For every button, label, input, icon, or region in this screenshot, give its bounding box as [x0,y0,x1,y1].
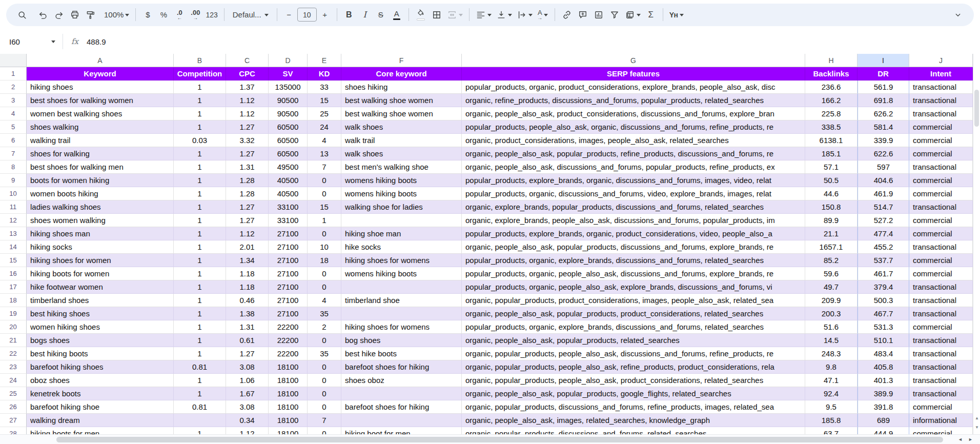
redo-button[interactable] [51,7,67,23]
cell-C12[interactable]: 1.27 [226,214,269,227]
cell-F21[interactable]: bog shoes [341,334,462,347]
row-header-21[interactable]: 21 [0,334,27,347]
undo-button[interactable] [35,7,51,23]
scroll-right-arrow-icon[interactable]: ► [968,437,973,442]
cell-I9[interactable]: 404.6 [858,174,909,187]
cell-A10[interactable]: women boots hiking [27,187,174,200]
cell-J21[interactable]: transactional [909,334,973,347]
cell-B25[interactable]: 1 [174,387,226,400]
cell-J15[interactable]: commercial [909,254,973,267]
cell-J24[interactable]: transactional [909,374,973,387]
cell-C8[interactable]: 1.31 [226,160,269,174]
cell-F23[interactable]: barefoot shoes for hiking [341,360,462,374]
cell-I22[interactable]: 483.4 [858,347,909,360]
cell-G21[interactable]: organic, people_also_ask, popular_produc… [462,334,805,347]
cell-A15[interactable]: hiking shoes for women [27,254,174,267]
cell-A5[interactable]: shoes walking [27,120,174,134]
cell-H8[interactable]: 57.1 [805,160,858,174]
cell-I4[interactable]: 626.2 [858,107,909,120]
cell-B10[interactable]: 1 [174,187,226,200]
cell-B13[interactable]: 1 [174,227,226,240]
cell-A9[interactable]: boots for women hiking [27,174,174,187]
row-header-12[interactable]: 12 [0,214,27,227]
cell-D18[interactable]: 27100 [269,294,308,307]
cell-C28[interactable]: 1.12 [226,427,269,434]
cell-G25[interactable]: organic, people_also_ask, popular_produc… [462,387,805,400]
cell-B27[interactable] [174,414,226,427]
borders-button[interactable] [429,7,444,23]
cell-G6[interactable]: organic, product_considerations, images,… [462,134,805,147]
cell-I2[interactable]: 561.9 [858,80,909,94]
cell-I10[interactable]: 461.9 [858,187,909,200]
cell-E6[interactable]: 4 [308,134,341,147]
cell-C15[interactable]: 1.34 [226,254,269,267]
cell-J7[interactable]: commercial [909,147,973,160]
cell-I15[interactable]: 537.7 [858,254,909,267]
cell-B21[interactable]: 1 [174,334,226,347]
cell-A1[interactable]: Keyword [27,67,174,80]
cell-D4[interactable]: 90500 [269,107,308,120]
scroll-down-arrow-icon[interactable]: ▼ [973,425,980,430]
more-formats-button[interactable]: 123 [203,7,219,23]
cell-D3[interactable]: 90500 [269,94,308,107]
cell-H13[interactable]: 21.1 [805,227,858,240]
column-header-G[interactable]: G [462,54,805,67]
cell-J6[interactable]: commercial [909,134,973,147]
cell-J16[interactable]: commercial [909,267,973,280]
cell-I11[interactable]: 514.7 [858,200,909,214]
cell-B3[interactable]: 1 [174,94,226,107]
cell-J12[interactable]: commercial [909,214,973,227]
cell-C16[interactable]: 1.18 [226,267,269,280]
cell-H28[interactable]: 63.7 [805,427,858,434]
cell-H27[interactable]: 185.8 [805,414,858,427]
cell-H18[interactable]: 209.9 [805,294,858,307]
cell-C27[interactable]: 0.34 [226,414,269,427]
cell-J10[interactable]: commercial [909,187,973,200]
cell-F9[interactable]: womens hiking boots [341,174,462,187]
cell-C7[interactable]: 1.27 [226,147,269,160]
cell-F16[interactable]: womens hiking boots [341,267,462,280]
cell-C23[interactable]: 3.08 [226,360,269,374]
cell-E22[interactable]: 35 [308,347,341,360]
cell-H3[interactable]: 166.2 [805,94,858,107]
cell-E17[interactable]: 0 [308,280,341,294]
cell-I18[interactable]: 500.3 [858,294,909,307]
cell-E12[interactable]: 1 [308,214,341,227]
cell-C10[interactable]: 1.28 [226,187,269,200]
cell-F13[interactable]: hiking shoe man [341,227,462,240]
cell-C22[interactable]: 1.27 [226,347,269,360]
text-rotation-button[interactable]: A → [535,7,550,23]
cell-D9[interactable]: 40500 [269,174,308,187]
italic-button[interactable]: I [357,7,373,23]
cell-A13[interactable]: hiking shoes man [27,227,174,240]
vertical-scrollbar-thumb[interactable] [974,90,979,127]
cell-F1[interactable]: Core keyword [341,67,462,80]
cell-H10[interactable]: 44.6 [805,187,858,200]
cell-H19[interactable]: 200.3 [805,307,858,320]
cell-G22[interactable]: organic, popular_products, people_also_a… [462,347,805,360]
cell-H12[interactable]: 89.9 [805,214,858,227]
cell-D19[interactable]: 27100 [269,307,308,320]
cell-E23[interactable]: 0 [308,360,341,374]
row-header-15[interactable]: 15 [0,254,27,267]
row-header-14[interactable]: 14 [0,240,27,254]
cell-B17[interactable]: 1 [174,280,226,294]
cell-G23[interactable]: organic, popular_products, people_also_a… [462,360,805,374]
cell-G11[interactable]: organic, explore_brands, popular_product… [462,200,805,214]
font-size-input[interactable]: 10 [297,8,317,22]
cell-E7[interactable]: 13 [308,147,341,160]
cell-A12[interactable]: shoes women walking [27,214,174,227]
cell-J28[interactable]: commercial [909,427,973,434]
cell-G27[interactable]: organic, people_also_ask, images, relate… [462,414,805,427]
cell-E18[interactable]: 4 [308,294,341,307]
row-header-18[interactable]: 18 [0,294,27,307]
cell-H25[interactable]: 92.4 [805,387,858,400]
cell-G16[interactable]: popular_products, organic, people_also_a… [462,267,805,280]
format-currency-button[interactable]: $ [140,7,155,23]
cell-H17[interactable]: 49.7 [805,280,858,294]
cell-D15[interactable]: 27100 [269,254,308,267]
cell-B8[interactable]: 1 [174,160,226,174]
column-header-B[interactable]: B [174,54,226,67]
cell-F2[interactable]: shoes hiking [341,80,462,94]
cell-E2[interactable]: 33 [308,80,341,94]
